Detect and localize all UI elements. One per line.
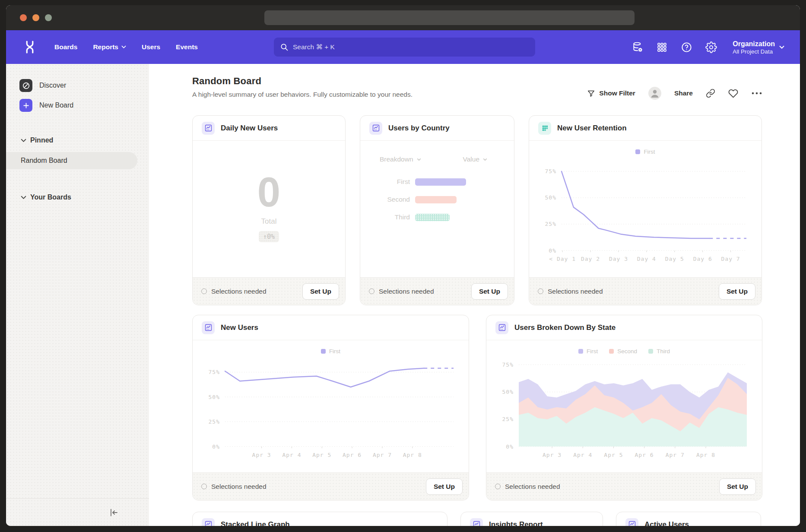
card-header[interactable]: Daily New Users: [193, 116, 345, 141]
sidebar-item-new-board[interactable]: New Board: [6, 96, 149, 115]
zoom-window-button[interactable]: [45, 14, 52, 21]
app-grid-icon[interactable]: [656, 41, 668, 53]
status-circle-icon: [538, 288, 543, 294]
filter-funnel-icon: [587, 89, 595, 98]
legend-swatch: [635, 149, 640, 154]
legend-item: First: [321, 346, 340, 356]
svg-text:50%: 50%: [545, 194, 556, 201]
card-footer: Selections needed Set Up: [529, 277, 762, 305]
card-daily-new-users: Daily New Users 0 Total ↑0%: [192, 115, 346, 305]
minimize-window-button[interactable]: [32, 14, 39, 21]
svg-text:Apr 5: Apr 5: [604, 452, 623, 458]
nav-left-group: Boards Reports Users Events: [23, 30, 198, 64]
search-placeholder: Search ⌘ + K: [293, 43, 335, 51]
legend-swatch: [578, 349, 583, 354]
set-up-button[interactable]: Set Up: [719, 478, 756, 495]
card-footer: Selections needed Set Up: [193, 472, 469, 500]
svg-text:25%: 25%: [209, 418, 220, 425]
svg-text:Apr 8: Apr 8: [403, 452, 422, 458]
search-input[interactable]: Search ⌘ + K: [274, 38, 535, 57]
mixpanel-logo-icon[interactable]: [23, 40, 36, 54]
set-up-button[interactable]: Set Up: [302, 283, 339, 300]
legend-swatch: [648, 349, 653, 354]
metric-label: Total: [261, 217, 277, 226]
card-header[interactable]: New User Retention: [529, 116, 762, 141]
card-header[interactable]: Stacked Line Graph: [193, 512, 447, 526]
nav-item-events[interactable]: Events: [176, 43, 198, 51]
set-up-button[interactable]: Set Up: [471, 283, 508, 300]
top-nav: Boards Reports Users Events Search ⌘ + K: [6, 30, 800, 64]
nav-item-users[interactable]: Users: [142, 43, 160, 51]
svg-text:Apr 3: Apr 3: [252, 452, 271, 458]
svg-text:Day 4: Day 4: [637, 256, 656, 262]
status-circle-icon: [495, 484, 501, 489]
avatar[interactable]: [648, 87, 661, 100]
breakdown-select[interactable]: Breakdown: [380, 155, 421, 163]
line-chart-icon: [202, 518, 215, 526]
svg-text:Day 2: Day 2: [581, 256, 600, 262]
page-title: Random Board: [192, 76, 762, 87]
bar-third: [415, 214, 450, 221]
search-icon: [280, 43, 289, 51]
svg-text:Day 7: Day 7: [721, 256, 740, 262]
retention-grid-icon: [538, 122, 551, 135]
svg-text:Day 5: Day 5: [665, 256, 684, 262]
traffic-lights: [20, 14, 52, 21]
svg-text:0%: 0%: [212, 443, 220, 450]
svg-text:Apr 7: Apr 7: [373, 452, 392, 458]
new-users-line-chart: 75%50%25%0%Apr 3Apr 4Apr 5Apr 6Apr 7Apr …: [201, 356, 460, 459]
window-titlebar: [6, 5, 800, 30]
favorite-heart-icon[interactable]: [728, 89, 738, 98]
line-chart-icon: [202, 122, 215, 135]
show-filter-button[interactable]: Show Filter: [587, 89, 635, 98]
share-button[interactable]: Share: [674, 89, 693, 97]
svg-text:75%: 75%: [502, 361, 514, 368]
nav-right-group: Organization All Project Data: [631, 30, 784, 64]
svg-text:Day 3: Day 3: [609, 256, 628, 262]
set-up-button[interactable]: Set Up: [719, 283, 755, 300]
sidebar-section-pinned[interactable]: Pinned: [6, 134, 149, 147]
copy-link-icon[interactable]: [706, 89, 715, 98]
svg-text:75%: 75%: [545, 168, 556, 174]
bar-first: [415, 178, 466, 186]
browser-window: Boards Reports Users Events Search ⌘ + K: [6, 5, 800, 526]
card-body: First Second Third: [486, 340, 762, 472]
metric-value: 0: [257, 171, 280, 213]
settings-gear-icon[interactable]: [705, 41, 717, 53]
nav-item-reports[interactable]: Reports: [93, 43, 126, 51]
board-actions: Show Filter Share: [587, 87, 762, 100]
svg-text:75%: 75%: [209, 369, 220, 375]
card-header[interactable]: Users Broken Down By State: [486, 315, 762, 340]
data-management-icon[interactable]: [631, 41, 643, 53]
org-name: Organization: [733, 40, 775, 48]
sidebar-section-your-boards[interactable]: Your Boards: [6, 191, 149, 204]
selections-needed-status: Selections needed: [538, 288, 603, 295]
card-footer: Selections needed Set Up: [360, 277, 514, 305]
sidebar-item-random-board[interactable]: Random Board: [6, 152, 137, 169]
help-icon[interactable]: [681, 41, 692, 53]
more-options-icon[interactable]: [751, 91, 762, 95]
card-header[interactable]: Users by Country: [360, 116, 514, 141]
line-chart-icon: [369, 122, 382, 135]
country-row: Third: [360, 213, 514, 221]
close-window-button[interactable]: [20, 14, 27, 21]
card-header[interactable]: New Users: [193, 315, 469, 340]
svg-text:Apr 7: Apr 7: [666, 452, 685, 458]
svg-text:Apr 8: Apr 8: [696, 452, 715, 458]
selections-needed-status: Selections needed: [495, 483, 560, 491]
address-bar[interactable]: [264, 10, 635, 25]
nav-item-boards[interactable]: Boards: [54, 43, 77, 51]
org-subtitle: All Project Data: [733, 48, 775, 55]
chevron-down-icon: [417, 158, 421, 161]
set-up-button[interactable]: Set Up: [426, 478, 463, 495]
sidebar-item-discover[interactable]: Discover: [6, 76, 149, 95]
line-chart-icon: [202, 321, 215, 334]
card-users-by-state: Users Broken Down By State First S: [486, 315, 762, 500]
card-header[interactable]: Insights Report: [461, 512, 603, 526]
collapse-sidebar-icon[interactable]: [108, 507, 119, 518]
org-project-selector[interactable]: Organization All Project Data: [733, 40, 784, 55]
card-header[interactable]: Active Users: [616, 512, 761, 526]
card-users-by-country: Users by Country Breakdown Value: [360, 115, 514, 305]
value-select[interactable]: Value: [463, 155, 488, 163]
card-new-user-retention: New User Retention First 75%50%25%0%< Da…: [529, 115, 762, 305]
